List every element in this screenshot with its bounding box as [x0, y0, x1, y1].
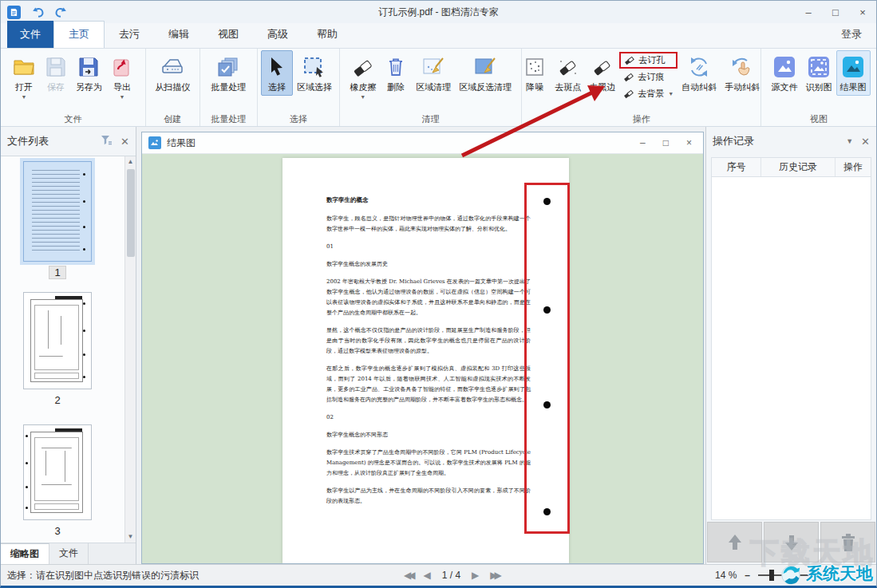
- column-index: 序号: [712, 158, 761, 176]
- ribbon-group-create: 从扫描仪 创建: [146, 49, 200, 126]
- tab-file-view[interactable]: 文件: [49, 543, 89, 564]
- close-button[interactable]: ×: [849, 2, 876, 22]
- page-indicator: 1 / 4: [442, 570, 460, 581]
- thumbnail-scrollbar[interactable]: ▲ ▼: [124, 156, 136, 543]
- zoom-out-icon[interactable]: –: [745, 570, 750, 581]
- from-scanner-button[interactable]: 从扫描仪: [151, 50, 194, 96]
- auto-deskew-button[interactable]: 自动纠斜: [678, 50, 721, 96]
- document-heading: 数字孪生的概念: [326, 196, 531, 204]
- source-file-view-button[interactable]: 源文件: [768, 50, 802, 96]
- viewer-maximize-button[interactable]: □: [663, 137, 669, 148]
- panel-dropdown-icon[interactable]: ▼: [846, 137, 853, 145]
- tab-view[interactable]: 视图: [203, 22, 253, 48]
- tab-decontaminate[interactable]: 去污: [105, 22, 154, 48]
- region-select-button[interactable]: 区域选择: [293, 50, 336, 96]
- remove-punch-hole-button[interactable]: 去订孔: [619, 52, 678, 69]
- manual-deskew-button[interactable]: 手动纠斜: [721, 50, 764, 96]
- left-panel-tabs: 缩略图 文件: [1, 543, 136, 564]
- select-button[interactable]: 选择: [261, 50, 293, 96]
- history-table-body: [711, 176, 871, 520]
- delete-history-button[interactable]: [820, 522, 875, 562]
- region-clean-button[interactable]: 区域清理: [412, 50, 455, 96]
- result-canvas[interactable]: 数字孪生的概念 数字孪生，顾名思义，是指针对物理世界中的物体，通过数字化的手段来…: [142, 154, 703, 563]
- save-as-button[interactable]: 另存为: [72, 50, 106, 96]
- manual-deskew-hand-icon: [730, 55, 754, 79]
- remove-black-edge-button[interactable]: 去黑边: [585, 50, 619, 96]
- viewer-close-button[interactable]: ×: [686, 137, 692, 148]
- last-page-icon[interactable]: ▶▶: [490, 570, 498, 581]
- punch-hole-eraser-icon: [624, 55, 635, 65]
- eraser-button[interactable]: 橡皮擦 ▼: [346, 50, 380, 102]
- zoom-slider[interactable]: [758, 574, 820, 576]
- ribbon-group-label-operate: 操作: [523, 112, 759, 126]
- thumbnail-page-3-number: 3: [23, 525, 92, 537]
- zoom-level: 14 %: [715, 570, 737, 581]
- tab-home[interactable]: 主页: [53, 21, 105, 48]
- source-image-icon: [772, 55, 796, 79]
- export-button[interactable]: 导出 ▼: [106, 50, 138, 102]
- viewer-minimize-button[interactable]: –: [640, 137, 646, 148]
- dashed-region-icon: [302, 55, 326, 79]
- zoom-slider-handle[interactable]: [769, 570, 774, 581]
- denoise-button[interactable]: 降噪: [519, 50, 551, 96]
- title-bar: 订孔示例.pdf - 图档清洁专家 – □ ×: [1, 1, 876, 23]
- app-icon: [7, 6, 21, 19]
- remove-background-button[interactable]: 去背景 ▼: [619, 85, 678, 102]
- login-link[interactable]: 登录: [841, 27, 862, 48]
- background-eraser-icon: [623, 89, 634, 99]
- operation-record-close-icon[interactable]: ✕: [861, 136, 870, 148]
- tab-help[interactable]: 帮助: [302, 22, 352, 48]
- scroll-down-icon[interactable]: ▼: [128, 531, 134, 543]
- tab-edit[interactable]: 编辑: [154, 22, 203, 48]
- window-controls: – □ ×: [795, 2, 876, 22]
- move-down-button[interactable]: [764, 522, 819, 562]
- save-button[interactable]: 保存: [40, 50, 72, 96]
- status-bar: 选择：请在识别图中点选识别错误的污渍标识 ◀◀ ◀ 1 / 4 ▶ ▶▶ 14 …: [1, 564, 876, 586]
- thumbnail-page-2[interactable]: 2: [23, 292, 92, 406]
- up-arrow-icon: [725, 532, 745, 553]
- ribbon-group-clean: 橡皮擦 ▼ 删除 区域清理 区域反选清理 清理: [340, 49, 522, 126]
- file-list-close-icon[interactable]: ✕: [120, 136, 129, 148]
- page-navigation: ◀◀ ◀ 1 / 4 ▶ ▶▶: [404, 570, 499, 581]
- ribbon-group-label-clean: 清理: [342, 112, 519, 126]
- annotation-red-rectangle: [524, 183, 570, 534]
- column-history: 历史记录: [761, 158, 836, 176]
- recognition-view-button[interactable]: 识别图: [802, 50, 836, 96]
- operation-record-panel: 操作记录 ▼ ✕ 序号 历史记录 操作: [705, 127, 876, 564]
- move-up-button[interactable]: [707, 522, 762, 562]
- tab-thumbnail-view[interactable]: 缩略图: [1, 543, 49, 564]
- minimize-button[interactable]: –: [795, 2, 822, 22]
- tab-advanced[interactable]: 高级: [253, 22, 302, 48]
- batch-process-button[interactable]: 批量处理: [207, 50, 250, 96]
- document-paragraph: 2002 年密歇根大学教授 Dr. Michael Grieves 在发表的一篇…: [326, 277, 531, 318]
- redo-button[interactable]: [53, 5, 69, 19]
- thumbnail-page-3-preview: [23, 424, 92, 520]
- previous-page-icon[interactable]: ◀: [423, 570, 430, 581]
- thumbnail-page-1[interactable]: 1: [23, 161, 92, 278]
- eraser-dropdown-arrow: ▼: [360, 95, 365, 100]
- delete-button[interactable]: 删除: [380, 50, 412, 96]
- filter-icon[interactable]: [101, 135, 113, 148]
- result-view-button[interactable]: 结果图: [836, 50, 871, 96]
- document-subheading: 数字孪生概念的发展历史: [326, 259, 531, 270]
- document-paragraph: 显然，这个概念不仅仅指的是产品的设计阶段，而延展至生产制造和服务阶段，但是由于当…: [326, 326, 531, 357]
- status-message: 选择：请在识别图中点选识别错误的污渍标识: [7, 569, 199, 582]
- first-page-icon[interactable]: ◀◀: [404, 570, 412, 581]
- open-button[interactable]: 打开 ▼: [8, 50, 40, 102]
- scrollbar-thumb[interactable]: [127, 169, 135, 257]
- next-page-icon[interactable]: ▶: [472, 570, 479, 581]
- staple-mark-eraser-icon: [623, 72, 634, 82]
- undo-button[interactable]: [30, 5, 46, 19]
- tab-file[interactable]: 文件: [7, 21, 53, 48]
- maximize-button[interactable]: □: [822, 2, 849, 22]
- scroll-up-icon[interactable]: ▲: [128, 156, 134, 168]
- thumbnail-list: 1 2 3: [1, 156, 136, 543]
- region-invert-clean-button[interactable]: 区域反选清理: [455, 50, 516, 96]
- despeckle-button[interactable]: 去斑点: [551, 50, 585, 96]
- remove-staple-mark-button[interactable]: 去订痕: [619, 69, 678, 85]
- trash-icon: [384, 55, 408, 79]
- document-section-number: 02: [326, 412, 531, 423]
- ribbon: 打开 ▼ 保存 另存为 导出 ▼ 文件: [1, 49, 876, 127]
- thumbnail-page-3[interactable]: 3: [23, 424, 92, 537]
- operation-record-title: 操作记录: [713, 134, 754, 148]
